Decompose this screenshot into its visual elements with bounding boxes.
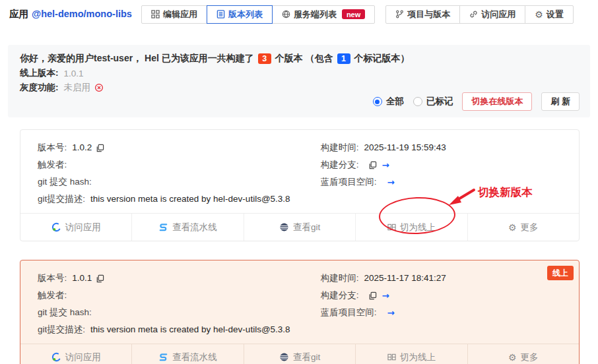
tab-label: 访问应用 [481,9,515,20]
pipeline-icon [158,352,168,362]
card-left-column: 版本号:1.0.1 触发者: git 提交 hash: git提交描述:this… [38,270,321,338]
tab-label: 项目与版本 [407,9,450,20]
radio-tagged[interactable]: 已标记 [413,96,453,107]
tab-label: 版本列表 [228,9,263,20]
branch-link-arrow-icon[interactable]: → [382,287,389,304]
action-view-git[interactable]: 查看git [244,214,356,241]
version-label: 版本号: [38,270,67,287]
nav-group-left: 编辑应用 版本列表 服务端列表 new [141,5,375,24]
card-left-column: 版本号:1.0.2 触发者: git 提交 hash: git提交描述:this… [38,139,321,208]
git-icon [279,352,289,362]
build-time-value: 2025-11-19 15:59:43 [364,139,446,156]
globe-icon [282,10,290,18]
app-label: 应用 [9,9,28,19]
total-count-badge: 3 [258,53,271,64]
git-desc-value: this version meta is created by hel-dev-… [90,191,290,208]
action-label: 访问应用 [65,222,101,233]
card-right-column: 构建时间:2025-11-19 15:59:43 构建分支: → 蓝盾项目空间:… [321,139,562,208]
online-version-value: 1.0.1 [64,69,84,78]
action-label: 查看git [293,351,320,363]
build-branch-label: 构建分支: [321,287,359,304]
app-name: @hel-demo/mono-libs [32,9,132,19]
copy-icon[interactable] [96,274,104,283]
trigger-label: 触发者: [38,287,67,304]
action-label: 访问应用 [65,351,101,363]
trigger-label: 触发者: [38,156,67,173]
blueshield-link-arrow-icon[interactable]: → [387,304,395,321]
tab-label: 设置 [547,9,564,20]
version-label: 版本号: [38,139,67,156]
tab-label: 编辑应用 [163,9,197,20]
swap-grid-icon [387,353,396,361]
online-version-label: 线上版本: [20,67,59,79]
action-view-pipeline[interactable]: 查看流水线 [132,344,244,364]
build-time-value: 2025-11-17 18:41:27 [364,270,446,287]
action-label: 切为线上 [400,222,436,233]
blueshield-label: 蓝盾项目空间: [321,173,377,191]
git-icon [279,222,289,232]
radio-tagged-control[interactable] [413,97,422,106]
top-nav: 应用@hel-demo/mono-libs 编辑应用 版本列表 服务端列表 ne… [0,0,598,24]
online-version-line: 线上版本: 1.0.1 [20,67,578,79]
card-actions: 访问应用 查看流水线 查看git 切为线上 ⚙ 更多 [20,213,579,241]
action-label: 查看流水线 [172,222,217,233]
version-value: 1.0.1 [72,270,92,287]
build-time-label: 构建时间: [321,270,359,287]
switch-online-version-button[interactable]: 切换在线版本 [462,92,532,111]
copy-icon[interactable] [368,161,377,169]
action-label: 更多 [521,222,539,233]
action-visit-app[interactable]: 访问应用 [20,344,132,364]
radio-all-control[interactable] [373,97,382,106]
card-right-column: 构建时间:2025-11-17 18:41:27 构建分支: → 蓝盾项目空间:… [321,270,562,338]
action-switch-online[interactable]: 切为线上 [356,214,467,241]
action-view-git[interactable]: 查看git [244,344,356,364]
action-view-pipeline[interactable]: 查看流水线 [132,214,244,241]
greeting-prefix: 你好，亲爱的用户test-user， Hel 已为该应用一共构建了 [20,53,254,65]
git-hash-label: git 提交 hash: [38,173,92,191]
action-visit-app[interactable]: 访问应用 [20,214,132,241]
action-switch-online[interactable]: 切为线上 [356,344,467,364]
greeting-mid: 个版本 （包含 [275,53,333,65]
gray-feature-value: 未启用 [64,82,91,94]
action-label: 查看git [293,222,320,233]
card-actions: 访问应用 查看流水线 查看git 切为线上 ⚙ 更多 [20,344,579,364]
new-badge: new [342,9,365,19]
list-icon [216,10,225,18]
radio-all-label: 全部 [386,96,404,107]
gear-icon: ⚙ [508,223,517,232]
version-card-1.0.1: 线上 版本号:1.0.1 触发者: git 提交 hash: git提交描述:t… [20,260,580,364]
action-more[interactable]: ⚙ 更多 [468,214,579,241]
git-hash-label: git 提交 hash: [38,304,92,321]
tab-visit-app[interactable]: 访问应用 [459,5,525,24]
git-desc-label: git提交描述: [38,191,85,208]
tab-settings[interactable]: ⚙ 设置 [525,5,574,24]
tab-version-list[interactable]: 版本列表 [207,5,273,24]
card-body: 版本号:1.0.1 触发者: git 提交 hash: git提交描述:this… [20,260,579,344]
tagged-count-badge: 1 [337,53,350,64]
build-branch-label: 构建分支: [321,156,359,173]
tab-server-list[interactable]: 服务端列表 new [272,5,375,24]
online-status-badge: 线上 [547,266,574,280]
action-label: 切为线上 [400,351,436,363]
version-card-1.0.2: 版本号:1.0.2 触发者: git 提交 hash: git提交描述:this… [20,129,580,241]
grid-icon [151,10,160,18]
refresh-button[interactable]: 刷 新 [541,92,580,111]
version-value: 1.0.2 [72,139,92,156]
action-more[interactable]: ⚙ 更多 [468,344,579,364]
branch-link-arrow-icon[interactable]: → [382,156,389,173]
radio-all[interactable]: 全部 [373,96,404,107]
tab-edit-app[interactable]: 编辑应用 [141,5,207,24]
copy-icon[interactable] [368,291,377,300]
tab-projects-versions[interactable]: 项目与版本 [385,5,460,24]
link-icon [469,10,478,18]
app-title: 应用@hel-demo/mono-libs [9,8,132,20]
copy-icon[interactable] [96,144,104,152]
swap-grid-icon [387,223,396,231]
gear-icon: ⚙ [508,353,517,362]
filter-row: 全部 已标记 切换在线版本 刷 新 [373,92,580,111]
git-desc-value: this version meta is created by hel-dev-… [90,321,290,338]
branch-icon [395,10,404,18]
greeting-line: 你好，亲爱的用户test-user， Hel 已为该应用一共构建了 3 个版本 … [20,53,578,65]
blueshield-link-arrow-icon[interactable]: → [387,173,395,191]
gear-icon: ⚙ [535,10,543,19]
